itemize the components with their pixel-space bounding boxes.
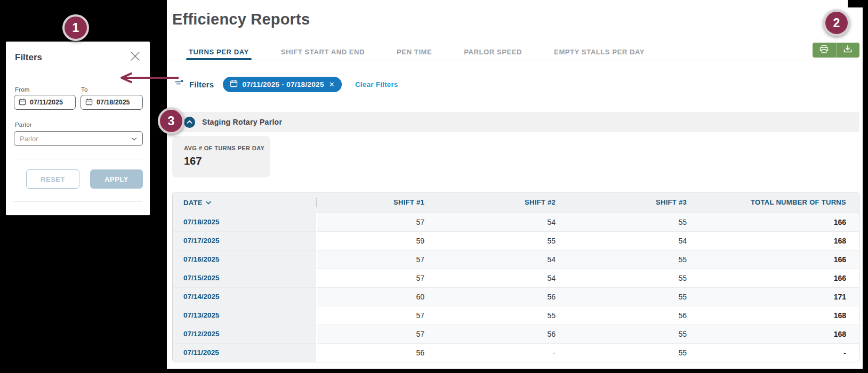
total-turns-value: 166: [700, 250, 859, 269]
filters-panel-title: Filters: [15, 52, 42, 63]
reset-button[interactable]: RESET: [26, 169, 79, 189]
annotation-arrow: [117, 72, 180, 84]
table-row: 07/15/2025 57 54 55 166: [173, 269, 859, 287]
report-tab[interactable]: TURNS PER DAY: [189, 44, 249, 60]
filters-bar-label[interactable]: Filters: [189, 80, 214, 89]
parlor-section-title: Staging Rotary Parlor: [202, 118, 282, 126]
report-tab[interactable]: EMPTY STALLS PER DAY: [554, 44, 645, 60]
date-link[interactable]: 07/11/2025: [173, 343, 317, 362]
tab-bar: TURNS PER DAY SHIFT START AND END PEN TI…: [167, 44, 863, 60]
shift3-value: 55: [568, 250, 700, 269]
date-link[interactable]: 07/12/2025: [173, 325, 317, 343]
total-turns-value: 166: [700, 269, 859, 287]
to-label: To: [81, 86, 88, 93]
shift2-value: 54: [437, 269, 568, 287]
printer-icon: [819, 45, 829, 55]
clear-filters-link[interactable]: Clear Filters: [355, 80, 398, 88]
column-header-total: TOTAL NUMBER OF TURNS: [700, 192, 859, 213]
date-link[interactable]: 07/14/2025: [173, 287, 317, 306]
annotation-circle-1: 1: [62, 14, 89, 41]
parlor-select-placeholder: Parlor: [20, 135, 38, 143]
column-header-shift1: SHIFT #1: [317, 192, 437, 213]
shift1-value: 59: [317, 231, 437, 250]
divider: [13, 159, 142, 159]
date-range-filter-chip[interactable]: 07/11/2025 - 07/18/2025 ✕: [223, 77, 342, 92]
total-turns-value: 168: [700, 231, 859, 250]
shift3-value: 55: [568, 343, 700, 362]
shift2-value: 56: [437, 287, 568, 306]
shift2-value: 54: [437, 213, 568, 231]
shift2-value: 54: [437, 250, 568, 269]
page-title: Efficiency Reports: [172, 11, 310, 28]
table-row: 07/12/2025 57 56 55 168: [173, 325, 859, 343]
table-row: 07/17/2025 59 55 54 168: [173, 231, 859, 250]
calendar-icon: [230, 79, 238, 89]
shift1-value: 57: [317, 269, 437, 287]
calendar-icon: [85, 98, 93, 107]
shift1-value: 57: [317, 250, 437, 269]
avg-turns-card: AVG # OF TURNS PER DAY 167: [172, 136, 270, 177]
screenshot-canvas: Efficiency Reports TURNS PER DAY SHIFT S…: [0, 0, 868, 373]
date-link[interactable]: 07/13/2025: [173, 306, 317, 325]
shift3-value: 56: [568, 306, 700, 325]
to-date-input[interactable]: 07/18/2025: [81, 95, 143, 110]
report-tab[interactable]: PARLOR SPEED: [464, 44, 522, 60]
report-tab[interactable]: PEN TIME: [397, 44, 432, 60]
collapse-section-button[interactable]: [184, 117, 195, 128]
download-icon: [843, 45, 852, 55]
shift2-value: 55: [437, 306, 568, 325]
calendar-icon: [19, 98, 26, 107]
date-link[interactable]: 07/17/2025: [173, 231, 317, 250]
chevron-down-icon: [131, 135, 137, 143]
total-turns-value: 168: [700, 325, 859, 343]
shift3-value: 55: [568, 287, 700, 306]
date-range-text: 07/11/2025 - 07/18/2025: [242, 80, 324, 88]
divider: [13, 201, 142, 202]
apply-button[interactable]: APPLY: [90, 169, 143, 189]
shift3-value: 54: [568, 231, 700, 250]
close-icon[interactable]: [130, 51, 140, 63]
parlor-select[interactable]: Parlor: [14, 131, 143, 146]
annotation-circle-2: 2: [823, 10, 850, 36]
table-header-row: DATE SHIFT #1 SHIFT #2 SHIFT #3 TOTAL NU…: [173, 192, 859, 213]
parlor-section-header[interactable]: Staging Rotary Parlor: [172, 112, 859, 132]
date-link[interactable]: 07/15/2025: [173, 269, 317, 287]
download-button[interactable]: [836, 43, 860, 58]
avg-turns-label: AVG # OF TURNS PER DAY: [184, 145, 270, 151]
date-link[interactable]: 07/16/2025: [173, 250, 317, 269]
active-filters-bar: Filters 07/11/2025 - 07/18/2025 ✕ Clear …: [174, 76, 398, 92]
remove-filter-icon[interactable]: ✕: [329, 80, 335, 88]
from-date-value: 07/11/2025: [30, 99, 63, 106]
tab-label: PEN TIME: [397, 48, 432, 56]
shift3-value: 55: [568, 269, 700, 287]
date-link[interactable]: 07/18/2025: [173, 213, 317, 231]
screenshot-edge-mask: [848, 0, 868, 7]
shift1-value: 57: [317, 213, 437, 231]
avg-turns-value: 167: [184, 155, 270, 167]
total-turns-value: 166: [700, 213, 859, 231]
turns-per-day-table: DATE SHIFT #1 SHIFT #2 SHIFT #3 TOTAL NU…: [172, 192, 859, 362]
export-button-group: [813, 43, 859, 58]
print-button[interactable]: [813, 43, 836, 58]
table-row: 07/13/2025 57 55 56 168: [173, 306, 859, 325]
table-row: 07/18/2025 57 54 55 166: [173, 213, 859, 231]
shift1-value: 57: [317, 306, 437, 325]
shift1-value: 60: [317, 287, 437, 306]
shift3-value: 55: [568, 325, 700, 343]
column-header-date[interactable]: DATE: [173, 192, 317, 213]
to-date-value: 07/18/2025: [97, 99, 130, 106]
chevron-up-icon: [187, 120, 192, 124]
table-row: 07/16/2025 57 54 55 166: [173, 250, 859, 269]
from-date-input[interactable]: 07/11/2025: [14, 95, 76, 110]
sort-chevron-icon[interactable]: [206, 198, 211, 206]
shift2-value: 56: [437, 325, 568, 343]
total-turns-value: -: [700, 343, 859, 362]
report-tab[interactable]: SHIFT START AND END: [281, 44, 365, 60]
annotation-circle-3: 3: [158, 108, 184, 134]
shift2-value: -: [437, 343, 568, 362]
tab-label: SHIFT START AND END: [281, 48, 365, 56]
efficiency-reports-pane: Efficiency Reports TURNS PER DAY SHIFT S…: [167, 0, 863, 369]
tab-label: PARLOR SPEED: [464, 48, 522, 56]
total-turns-value: 171: [700, 287, 859, 306]
from-label: From: [15, 86, 30, 93]
